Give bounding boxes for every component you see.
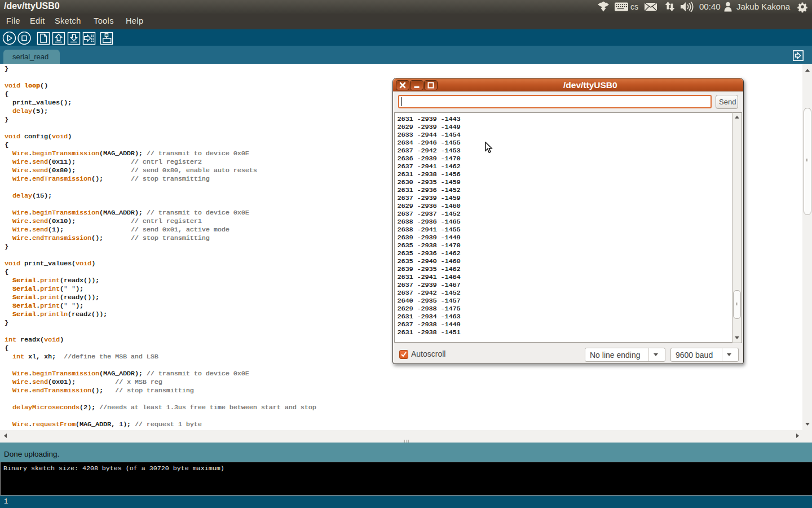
svg-text:Jakub Kakona: Jakub Kakona [736, 2, 791, 11]
svg-text:00:40: 00:40 [699, 2, 721, 11]
svg-text:cs: cs [630, 2, 638, 11]
